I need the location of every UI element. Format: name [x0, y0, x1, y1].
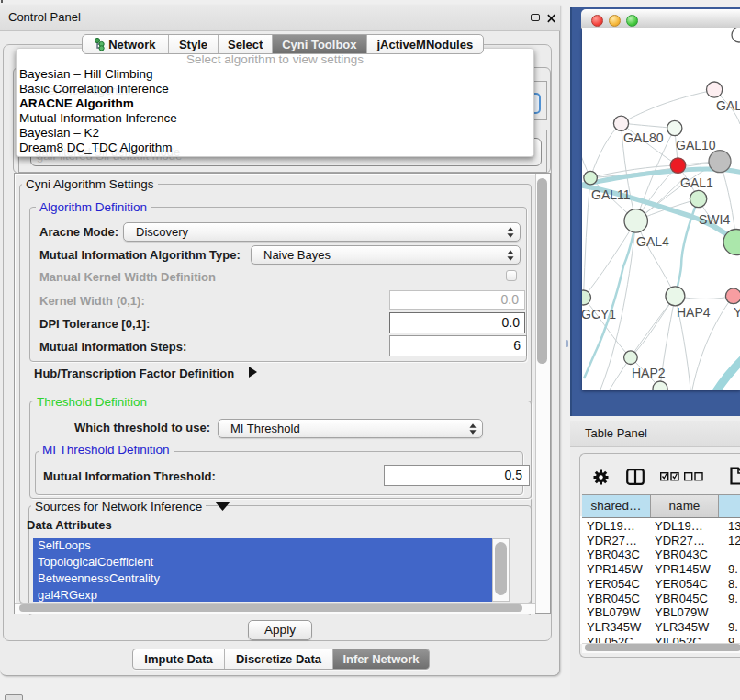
svg-text:GAL10: GAL10 [676, 138, 716, 152]
svg-text:HAP2: HAP2 [632, 366, 666, 380]
svg-text:GAL4: GAL4 [636, 234, 669, 249]
svg-text:Y: Y [734, 305, 740, 320]
svg-text:GAL7: GAL7 [716, 98, 740, 113]
svg-text:GAL1: GAL1 [680, 175, 713, 190]
svg-text:GAL80: GAL80 [623, 130, 664, 145]
svg-text:GAL11: GAL11 [591, 187, 631, 202]
svg-text:GCY1: GCY1 [582, 307, 616, 322]
svg-text:SWI4: SWI4 [699, 212, 730, 227]
svg-text:HAP4: HAP4 [677, 305, 711, 320]
